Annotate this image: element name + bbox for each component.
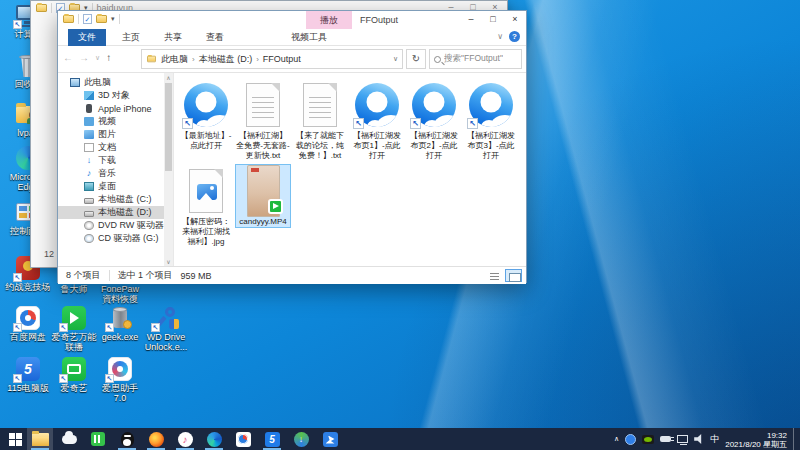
hidden-icons-icon[interactable]: ∧	[614, 435, 619, 443]
recent-locations-icon[interactable]: ∨	[95, 54, 100, 62]
properties-icon[interactable]: ✓	[83, 14, 92, 24]
back-icon[interactable]: ←	[63, 52, 73, 63]
start-button[interactable]	[2, 428, 28, 450]
desktop-icon-wd-unlock[interactable]: ↖ WD Drive Unlock.e...	[143, 305, 189, 352]
caption-buttons: – □ ×	[460, 11, 526, 28]
navigation-pane[interactable]: 此电脑 3D 对象 Apple iPhone 视频 图片	[58, 73, 174, 266]
breadcrumb-this-pc[interactable]: 此电脑	[161, 53, 188, 66]
scroll-down-icon[interactable]: ∨	[164, 258, 173, 265]
nav-downloads[interactable]: ↓ 下载	[58, 154, 173, 167]
file-tile-txt[interactable]: 【来了就能下载的论坛，纯免费！】.txt	[293, 79, 347, 161]
qat-customize-icon[interactable]: ▾	[111, 15, 115, 23]
large-icons-view-button[interactable]	[505, 269, 522, 282]
taskbar-cloud-app[interactable]	[56, 428, 82, 450]
tab-home[interactable]: 主页	[114, 29, 148, 46]
nav-drive-d-selected[interactable]: 本地磁盘 (D:)	[58, 206, 173, 219]
desktop-icon-geek[interactable]: ↖ geek.exe	[97, 305, 143, 342]
nav-scrollbar[interactable]: ∧ ∨	[164, 73, 173, 266]
title-bar[interactable]: ✓ ▾ 播放 FFOutput – □ ×	[58, 11, 526, 29]
this-pc-icon	[70, 78, 80, 87]
refresh-button[interactable]: ↻	[406, 49, 426, 69]
minimize-button[interactable]: –	[460, 11, 482, 28]
desktop-icon-baidu-netdisk[interactable]: ↖ 百度网盘	[5, 305, 51, 342]
search-box[interactable]: 搜索"FFOutput"	[429, 49, 522, 69]
forward-icon[interactable]: →	[79, 52, 89, 63]
tray-blue-app-icon[interactable]	[625, 434, 636, 445]
cloud-icon	[62, 435, 77, 444]
desktop-icon-115[interactable]: 5 ↖ 115电脑版	[5, 356, 51, 393]
network-icon[interactable]	[677, 435, 688, 443]
nav-apple-iphone[interactable]: Apple iPhone	[58, 102, 173, 115]
nav-this-pc[interactable]: 此电脑	[58, 76, 173, 89]
itunes-icon: ♪	[178, 432, 193, 447]
explorer-window-ffoutput[interactable]: ✓ ▾ 播放 FFOutput – □ × 文件 主页 共享 查看 视频工具 ∨…	[57, 10, 527, 283]
file-tile-video-selected[interactable]: candyyy.MP4	[236, 165, 290, 227]
taskbar-qq[interactable]	[114, 428, 140, 450]
file-tile-qq-shortcut[interactable]: ↖ 【福利江湖发布页1】-点此打开	[350, 79, 404, 161]
bgwin-partial-text: 12	[44, 249, 54, 259]
taskbar-edge[interactable]	[201, 428, 227, 450]
taskbar-baidu-netdisk[interactable]	[230, 428, 256, 450]
close-button[interactable]: ×	[504, 11, 526, 28]
taskbar-115[interactable]: 5	[259, 428, 285, 450]
3d-objects-icon	[84, 91, 94, 100]
tab-share[interactable]: 共享	[156, 29, 190, 46]
address-bar-row: ← → ∨ ↑ 此电脑 › 本地磁盘 (D:) › FFOutput ∨ ↻ 搜…	[58, 46, 526, 73]
details-view-button[interactable]	[486, 269, 503, 282]
address-dropdown-icon[interactable]: ∨	[393, 55, 398, 63]
pictures-icon	[84, 130, 94, 139]
taskbar-i4-helper[interactable]	[317, 428, 343, 450]
nav-drive-c[interactable]: 本地磁盘 (C:)	[58, 193, 173, 206]
desktop-icon-i4-helper[interactable]: ↖ 爱思助手7.0	[97, 356, 143, 403]
taskbar-green-app[interactable]	[85, 428, 111, 450]
tab-view[interactable]: 查看	[198, 29, 232, 46]
desktop-icon-iqiyi-player[interactable]: ↖ 爱奇艺万能联播	[51, 305, 97, 352]
taskbar-idm[interactable]: ↓	[288, 428, 314, 450]
file-list[interactable]: ↖ 【最新地址】-点此打开 【福利江湖】全免费-无套路-更新快.txt 【来了就…	[175, 73, 526, 266]
address-bar[interactable]: 此电脑 › 本地磁盘 (D:) › FFOutput ∨	[141, 49, 403, 69]
shortcut-arrow-icon: ↖	[13, 20, 22, 29]
file-tile-qq-shortcut[interactable]: ↖ 【福利江湖发布页2】-点此打开	[407, 79, 461, 161]
nav-pictures[interactable]: 图片	[58, 128, 173, 141]
up-icon[interactable]: ↑	[106, 52, 111, 63]
tab-file[interactable]: 文件	[68, 29, 106, 46]
help-icon[interactable]: ?	[509, 31, 520, 42]
power-plug-icon[interactable]	[660, 436, 671, 442]
breadcrumb-drive-d[interactable]: 本地磁盘 (D:)	[199, 53, 253, 66]
nav-documents[interactable]: 文档	[58, 141, 173, 154]
nav-desktop[interactable]: 桌面	[58, 180, 173, 193]
volume-icon[interactable]	[694, 434, 704, 444]
taskbar-file-explorer[interactable]	[27, 428, 53, 450]
taskbar-firefox[interactable]	[143, 428, 169, 450]
115-icon: 5	[265, 432, 280, 447]
nvidia-icon[interactable]	[642, 435, 654, 444]
show-desktop-button[interactable]	[793, 428, 796, 450]
nav-music[interactable]: ♪ 音乐	[58, 167, 173, 180]
desktop-icon-iqiyi[interactable]: ↖ 爱奇艺	[51, 356, 97, 393]
nav-3d-objects[interactable]: 3D 对象	[58, 89, 173, 102]
scrollbar-thumb[interactable]	[165, 83, 172, 171]
wd-key-icon: ↖	[153, 305, 179, 331]
search-icon	[434, 56, 441, 63]
maximize-button[interactable]: □	[482, 11, 504, 28]
nav-videos[interactable]: 视频	[58, 115, 173, 128]
nav-dvd-drive[interactable]: DVD RW 驱动器	[58, 219, 173, 232]
new-folder-icon[interactable]	[96, 15, 107, 23]
file-tile-qq-shortcut[interactable]: ↖ 【福利江湖发布页3】-点此打开	[464, 79, 518, 161]
file-tile-txt[interactable]: 【福利江湖】全免费-无套路-更新快.txt	[236, 79, 290, 161]
context-tab-group-play[interactable]: 播放	[306, 11, 352, 29]
taskbar-clock[interactable]: 19:32 2021/8/20 星期五	[725, 429, 787, 450]
scroll-up-icon[interactable]: ∧	[164, 74, 173, 81]
file-tile-jpg[interactable]: 【解压密码：来福利江湖找福利】.jpg	[179, 165, 233, 247]
nav-cd-drive[interactable]: CD 驱动器 (G:)	[58, 232, 173, 245]
tab-video-tools[interactable]: 视频工具	[278, 29, 340, 46]
file-tile-qq-shortcut[interactable]: ↖ 【最新地址】-点此打开	[179, 79, 233, 151]
ribbon-collapse-icon[interactable]: ∨	[497, 32, 503, 41]
shortcut-arrow-icon: ↖	[353, 118, 364, 129]
breadcrumb-ffoutput[interactable]: FFOutput	[263, 54, 301, 64]
ime-indicator[interactable]: 中	[710, 428, 719, 450]
firefox-icon	[149, 432, 164, 447]
taskbar-itunes[interactable]: ♪	[172, 428, 198, 450]
dvd-icon	[84, 221, 94, 230]
i4-helper-icon: ↖	[107, 356, 133, 382]
